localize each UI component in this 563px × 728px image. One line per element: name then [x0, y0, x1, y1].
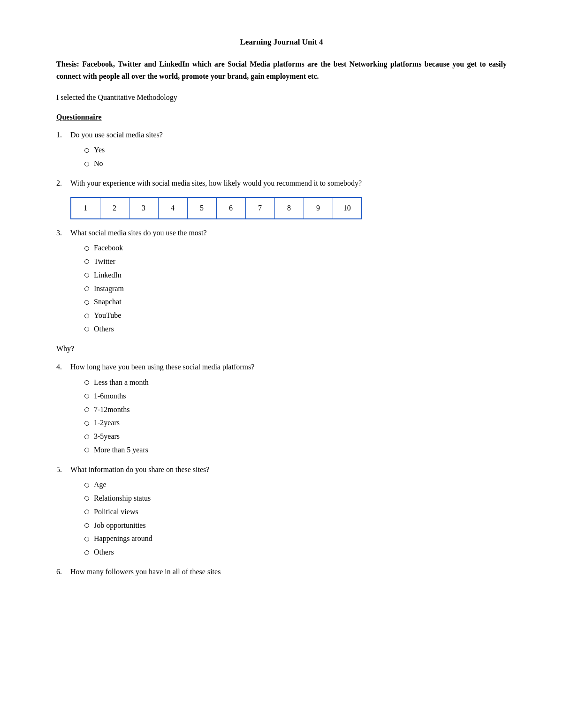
- bullet-icon: [84, 380, 89, 385]
- q6-number: 6.: [56, 566, 70, 578]
- list-item: No: [84, 157, 507, 171]
- option-label: Twitter: [94, 255, 115, 269]
- q5-text: What information do you share on these s…: [70, 464, 209, 476]
- q3-options: Facebook Twitter LinkedIn Instagram Snap…: [56, 241, 507, 336]
- bullet-icon: [84, 510, 89, 514]
- bullet-icon: [84, 496, 89, 501]
- rating-cell-2: 2: [100, 197, 129, 219]
- thesis-paragraph: Thesis: Facebook, Twitter and LinkedIn w…: [56, 58, 507, 82]
- list-item: Facebook: [84, 241, 507, 255]
- option-label: Happenings around: [94, 532, 152, 546]
- option-label: YouTube: [94, 309, 121, 323]
- bullet-icon: [84, 435, 89, 439]
- list-item: LinkedIn: [84, 269, 507, 282]
- list-item: Yes: [84, 143, 507, 157]
- question-4: 4. How long have you been using these so…: [56, 361, 507, 457]
- bullet-icon: [84, 148, 89, 153]
- rating-cell-6: 6: [216, 197, 245, 219]
- bullet-icon: [84, 259, 89, 264]
- option-label: Instagram: [94, 282, 124, 296]
- question-2: 2. With your experience with social medi…: [56, 177, 507, 219]
- bullet-icon: [84, 394, 89, 398]
- why-label: Why?: [56, 343, 507, 355]
- option-label: 1-2years: [94, 416, 120, 430]
- list-item: Snapchat: [84, 295, 507, 309]
- question-list: 1. Do you use social media sites? Yes No…: [56, 129, 507, 336]
- list-item: Instagram: [84, 282, 507, 296]
- option-label: More than 5 years: [94, 443, 148, 457]
- rating-scale-container: 1 2 3 4 5 6 7 8 9 10: [70, 197, 507, 219]
- q5-options: Age Relationship status Political views …: [56, 478, 507, 559]
- rating-cell-5: 5: [187, 197, 216, 219]
- q2-number: 2.: [56, 177, 70, 189]
- option-label: Less than a month: [94, 376, 149, 390]
- option-label: 1-6months: [94, 390, 126, 403]
- rating-cell-10: 10: [333, 197, 362, 219]
- q3-text: What social media sites do you use the m…: [70, 227, 207, 239]
- rating-row: 1 2 3 4 5 6 7 8 9 10: [71, 197, 362, 219]
- option-label: Facebook: [94, 241, 123, 255]
- question-5: 5. What information do you share on thes…: [56, 464, 507, 559]
- q6-text: How many followers you have in all of th…: [70, 566, 221, 578]
- question-list-2: 4. How long have you been using these so…: [56, 361, 507, 578]
- bullet-icon: [84, 421, 89, 426]
- q1-text: Do you use social media sites?: [70, 129, 163, 141]
- list-item: YouTube: [84, 309, 507, 323]
- list-item: 1-2years: [84, 416, 507, 430]
- q4-text: How long have you been using these socia…: [70, 361, 254, 373]
- rating-cell-1: 1: [71, 197, 100, 219]
- question-3: 3. What social media sites do you use th…: [56, 227, 507, 336]
- list-item: Twitter: [84, 255, 507, 269]
- rating-cell-4: 4: [158, 197, 187, 219]
- page-title: Learning Journal Unit 4: [56, 38, 507, 47]
- option-label: Political views: [94, 505, 138, 519]
- list-item: Political views: [84, 505, 507, 519]
- bullet-icon: [84, 537, 89, 541]
- list-item: 1-6months: [84, 390, 507, 403]
- list-item: 3-5years: [84, 430, 507, 443]
- list-item: Others: [84, 323, 507, 336]
- list-item: More than 5 years: [84, 443, 507, 457]
- list-item: Others: [84, 546, 507, 559]
- bullet-icon: [84, 407, 89, 412]
- q1-number: 1.: [56, 129, 70, 141]
- q4-number: 4.: [56, 361, 70, 373]
- methodology-text: I selected the Quantitative Methodology: [56, 91, 507, 104]
- option-label: LinkedIn: [94, 269, 122, 282]
- option-label: Yes: [94, 143, 105, 157]
- rating-table: 1 2 3 4 5 6 7 8 9 10: [70, 197, 362, 219]
- question-6: 6. How many followers you have in all of…: [56, 566, 507, 578]
- option-label: Age: [94, 478, 107, 492]
- option-label: No: [94, 157, 103, 171]
- list-item: Relationship status: [84, 492, 507, 505]
- option-label: 7-12months: [94, 403, 129, 417]
- option-label: Others: [94, 546, 114, 559]
- rating-cell-7: 7: [245, 197, 274, 219]
- q1-options: Yes No: [56, 143, 507, 171]
- option-label: Relationship status: [94, 492, 151, 505]
- bullet-icon: [84, 162, 89, 166]
- q4-options: Less than a month 1-6months 7-12months 1…: [56, 376, 507, 457]
- list-item: Age: [84, 478, 507, 492]
- rating-cell-8: 8: [274, 197, 304, 219]
- rating-cell-3: 3: [129, 197, 158, 219]
- q3-number: 3.: [56, 227, 70, 239]
- bullet-icon: [84, 448, 89, 452]
- option-label: Snapchat: [94, 295, 122, 309]
- option-label: Job opportunities: [94, 519, 146, 533]
- bullet-icon: [84, 523, 89, 528]
- bullet-icon: [84, 286, 89, 291]
- questionnaire-heading: Questionnaire: [56, 113, 507, 121]
- bullet-icon: [84, 246, 89, 251]
- bullet-icon: [84, 327, 89, 331]
- q5-number: 5.: [56, 464, 70, 476]
- list-item: 7-12months: [84, 403, 507, 417]
- option-label: Others: [94, 323, 114, 336]
- option-label: 3-5years: [94, 430, 120, 443]
- bullet-icon: [84, 483, 89, 488]
- list-item: Job opportunities: [84, 519, 507, 533]
- q2-text: With your experience with social media s…: [70, 177, 362, 189]
- bullet-icon: [84, 273, 89, 278]
- bullet-icon: [84, 300, 89, 305]
- bullet-icon: [84, 314, 89, 318]
